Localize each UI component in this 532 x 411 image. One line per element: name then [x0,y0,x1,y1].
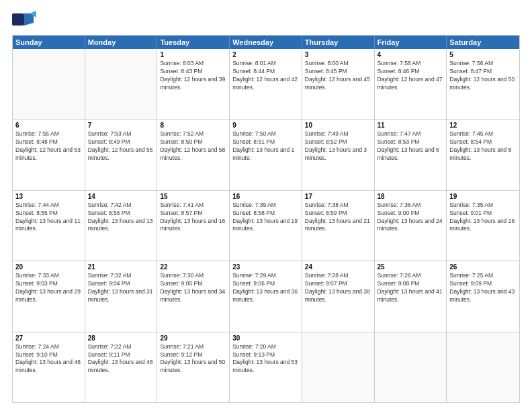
day-cell-8: 8Sunrise: 7:52 AM Sunset: 8:50 PM Daylig… [157,120,230,189]
day-info: Sunrise: 7:38 AM Sunset: 8:59 PM Dayligh… [305,201,371,234]
calendar-header: SundayMondayTuesdayWednesdayThursdayFrid… [13,36,519,49]
day-cell-26: 26Sunrise: 7:25 AM Sunset: 9:09 PM Dayli… [447,261,519,331]
weekday-header-monday: Monday [85,36,158,49]
day-info: Sunrise: 7:42 AM Sunset: 8:56 PM Dayligh… [88,201,154,234]
page: SundayMondayTuesdayWednesdayThursdayFrid… [0,0,532,411]
day-info: Sunrise: 7:20 AM Sunset: 9:13 PM Dayligh… [232,343,299,375]
day-number: 6 [15,122,82,129]
day-info: Sunrise: 7:32 AM Sunset: 9:04 PM Dayligh… [88,272,154,304]
day-info: Sunrise: 7:29 AM Sunset: 9:06 PM Dayligh… [232,272,299,304]
calendar: SundayMondayTuesdayWednesdayThursdayFrid… [12,35,520,403]
calendar-row-5: 27Sunrise: 7:24 AM Sunset: 9:10 PM Dayli… [13,332,519,402]
empty-cell [375,332,447,402]
calendar-row-4: 20Sunrise: 7:33 AM Sunset: 9:03 PM Dayli… [13,261,519,331]
empty-cell [302,332,375,402]
empty-cell [447,332,519,402]
calendar-row-2: 6Sunrise: 7:55 AM Sunset: 8:48 PM Daylig… [13,119,519,189]
day-info: Sunrise: 7:22 AM Sunset: 9:11 PM Dayligh… [88,343,154,375]
day-cell-27: 27Sunrise: 7:24 AM Sunset: 9:10 PM Dayli… [13,332,85,402]
weekday-header-friday: Friday [375,36,447,49]
day-number: 26 [449,263,517,271]
day-cell-17: 17Sunrise: 7:38 AM Sunset: 8:59 PM Dayli… [302,191,375,261]
day-cell-13: 13Sunrise: 7:44 AM Sunset: 8:55 PM Dayli… [13,191,85,261]
day-number: 25 [378,263,444,271]
day-number: 23 [232,263,299,271]
day-info: Sunrise: 7:47 AM Sunset: 8:53 PM Dayligh… [378,130,444,163]
day-info: Sunrise: 7:26 AM Sunset: 9:08 PM Dayligh… [378,272,444,304]
day-number: 19 [449,193,517,200]
day-number: 13 [15,193,82,200]
day-cell-23: 23Sunrise: 7:29 AM Sunset: 9:06 PM Dayli… [230,261,302,331]
day-cell-20: 20Sunrise: 7:33 AM Sunset: 9:03 PM Dayli… [13,261,85,331]
day-number: 11 [378,122,444,129]
day-number: 21 [88,263,154,271]
day-cell-9: 9Sunrise: 7:50 AM Sunset: 8:51 PM Daylig… [230,120,302,189]
day-number: 20 [15,263,82,271]
day-number: 14 [88,193,154,200]
day-cell-3: 3Sunrise: 8:00 AM Sunset: 8:45 PM Daylig… [302,49,375,119]
day-info: Sunrise: 7:30 AM Sunset: 9:05 PM Dayligh… [160,272,226,304]
day-cell-24: 24Sunrise: 7:28 AM Sunset: 9:07 PM Dayli… [302,261,375,331]
day-cell-18: 18Sunrise: 7:36 AM Sunset: 9:00 PM Dayli… [375,191,447,261]
day-info: Sunrise: 7:28 AM Sunset: 9:07 PM Dayligh… [305,272,371,304]
calendar-row-3: 13Sunrise: 7:44 AM Sunset: 8:55 PM Dayli… [13,190,519,261]
day-number: 30 [232,334,299,342]
day-info: Sunrise: 7:33 AM Sunset: 9:03 PM Dayligh… [15,272,82,304]
day-cell-5: 5Sunrise: 7:56 AM Sunset: 8:47 PM Daylig… [447,49,519,119]
weekday-header-saturday: Saturday [447,36,519,49]
day-cell-14: 14Sunrise: 7:42 AM Sunset: 8:56 PM Dayli… [85,191,158,261]
day-info: Sunrise: 7:41 AM Sunset: 8:57 PM Dayligh… [160,201,226,234]
day-number: 22 [160,263,226,271]
day-cell-22: 22Sunrise: 7:30 AM Sunset: 9:05 PM Dayli… [157,261,230,331]
day-info: Sunrise: 7:44 AM Sunset: 8:55 PM Dayligh… [15,201,82,234]
day-cell-6: 6Sunrise: 7:55 AM Sunset: 8:48 PM Daylig… [13,120,85,189]
day-number: 16 [232,193,299,200]
day-number: 18 [378,193,444,200]
day-cell-1: 1Sunrise: 8:03 AM Sunset: 8:43 PM Daylig… [157,49,230,119]
day-cell-10: 10Sunrise: 7:49 AM Sunset: 8:52 PM Dayli… [302,120,375,189]
day-cell-30: 30Sunrise: 7:20 AM Sunset: 9:13 PM Dayli… [230,332,302,402]
day-cell-4: 4Sunrise: 7:58 AM Sunset: 8:46 PM Daylig… [375,49,447,119]
day-cell-29: 29Sunrise: 7:21 AM Sunset: 9:12 PM Dayli… [157,332,230,402]
day-cell-15: 15Sunrise: 7:41 AM Sunset: 8:57 PM Dayli… [157,191,230,261]
day-number: 17 [305,193,371,200]
day-info: Sunrise: 7:53 AM Sunset: 8:49 PM Dayligh… [88,130,154,163]
day-number: 5 [449,51,517,58]
day-cell-25: 25Sunrise: 7:26 AM Sunset: 9:08 PM Dayli… [375,261,447,331]
weekday-header-thursday: Thursday [302,36,375,49]
day-info: Sunrise: 7:45 AM Sunset: 8:54 PM Dayligh… [449,130,517,163]
day-number: 9 [232,122,299,129]
day-info: Sunrise: 7:56 AM Sunset: 8:47 PM Dayligh… [449,60,517,92]
weekday-header-sunday: Sunday [13,36,85,49]
day-number: 27 [15,334,82,342]
empty-cell [13,49,85,119]
day-info: Sunrise: 8:03 AM Sunset: 8:43 PM Dayligh… [160,60,226,92]
day-number: 4 [378,51,444,58]
day-info: Sunrise: 7:49 AM Sunset: 8:52 PM Dayligh… [305,130,371,163]
day-cell-16: 16Sunrise: 7:39 AM Sunset: 8:58 PM Dayli… [230,191,302,261]
weekday-header-wednesday: Wednesday [230,36,302,49]
day-number: 24 [305,263,371,271]
day-cell-11: 11Sunrise: 7:47 AM Sunset: 8:53 PM Dayli… [375,120,447,189]
day-info: Sunrise: 8:00 AM Sunset: 8:45 PM Dayligh… [305,60,371,92]
day-info: Sunrise: 7:21 AM Sunset: 9:12 PM Dayligh… [160,343,226,375]
day-cell-2: 2Sunrise: 8:01 AM Sunset: 8:44 PM Daylig… [230,49,302,119]
day-info: Sunrise: 7:52 AM Sunset: 8:50 PM Dayligh… [160,130,226,163]
day-info: Sunrise: 7:50 AM Sunset: 8:51 PM Dayligh… [232,130,299,163]
day-info: Sunrise: 8:01 AM Sunset: 8:44 PM Dayligh… [232,60,299,92]
day-number: 7 [88,122,154,129]
day-number: 2 [232,51,299,58]
day-number: 1 [160,51,226,58]
calendar-row-1: 1Sunrise: 8:03 AM Sunset: 8:43 PM Daylig… [13,49,519,119]
logo-icon [12,11,36,30]
day-info: Sunrise: 7:58 AM Sunset: 8:46 PM Dayligh… [378,60,444,92]
day-info: Sunrise: 7:25 AM Sunset: 9:09 PM Dayligh… [449,272,517,304]
logo [12,11,39,30]
calendar-body: 1Sunrise: 8:03 AM Sunset: 8:43 PM Daylig… [13,49,519,402]
day-number: 3 [305,51,371,58]
day-number: 8 [160,122,226,129]
svg-marker-1 [24,13,34,26]
day-info: Sunrise: 7:55 AM Sunset: 8:48 PM Dayligh… [15,130,82,163]
empty-cell [85,49,158,119]
day-number: 29 [160,334,226,342]
